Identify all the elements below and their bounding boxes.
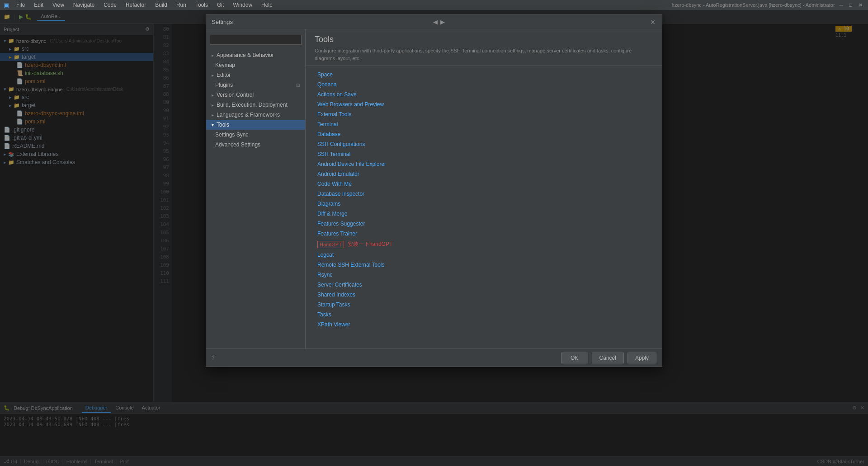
nav-build[interactable]: ▸ Build, Execution, Deployment (206, 100, 305, 110)
list-item-server-certs[interactable]: Server Certificates (315, 280, 653, 290)
menu-window[interactable]: Window (231, 1, 254, 9)
list-item-features-suggester[interactable]: Features Suggester (315, 219, 653, 229)
nav-arrow-build: ▸ (212, 103, 214, 108)
list-item-external-tools[interactable]: External Tools (315, 109, 653, 119)
minimize-button[interactable]: ─ (838, 2, 845, 8)
menu-code[interactable]: Code (102, 1, 118, 9)
list-label-db-inspector: Database Inspector (317, 191, 364, 197)
nav-editor[interactable]: ▸ Editor (206, 70, 305, 80)
nav-arrow-tools: ▾ (212, 122, 214, 127)
nav-label-lang: Languages & Frameworks (217, 112, 280, 118)
menu-git[interactable]: Git (215, 1, 226, 9)
help-icon[interactable]: ? (212, 355, 215, 361)
list-item-features-trainer[interactable]: Features Trainer (315, 229, 653, 239)
list-item-web-browsers[interactable]: Web Browsers and Preview (315, 99, 653, 109)
app-icon: ▣ (4, 2, 9, 9)
list-label-database: Database (317, 131, 340, 137)
list-label-startup-tasks: Startup Tasks (317, 301, 350, 308)
nav-keymap[interactable]: Keymap (206, 60, 305, 70)
dialog-nav-forward[interactable]: ▶ (440, 19, 445, 25)
list-item-actions-save[interactable]: Actions on Save (315, 89, 653, 99)
list-label-terminal: Terminal (317, 121, 338, 127)
menu-refactor[interactable]: Refactor (124, 1, 148, 9)
dialog-nav-back[interactable]: ◀ (433, 19, 438, 25)
menu-view[interactable]: View (51, 1, 66, 9)
list-item-space[interactable]: Space (315, 70, 653, 80)
settings-search-input[interactable] (210, 35, 302, 45)
apply-button[interactable]: Apply (627, 353, 656, 363)
nav-label-editor: Editor (217, 72, 231, 78)
list-label-ssh-terminal: SSH Terminal (317, 151, 350, 157)
nav-label-appearance: Appearance & Behavior (217, 52, 274, 58)
list-label-ssh-config: SSH Configurations (317, 141, 365, 147)
menu-build[interactable]: Build (153, 1, 169, 9)
list-item-db-inspector[interactable]: Database Inspector (315, 189, 653, 199)
handgpt-badge: HandGPT (317, 241, 344, 248)
menubar: ▣ File Edit View Navigate Code Refactor … (0, 0, 868, 10)
close-button[interactable]: ✕ (857, 2, 864, 8)
settings-nav: ▸ Appearance & Behavior Keymap ▸ Editor … (206, 29, 306, 348)
list-item-tasks[interactable]: Tasks (315, 310, 653, 320)
list-item-android-dfe[interactable]: Android Device File Explorer (315, 159, 653, 169)
list-item-diagrams[interactable]: Diagrams (315, 199, 653, 209)
list-label-xpath: XPath Viewer (317, 321, 350, 328)
nav-label-plugins: Plugins (215, 82, 233, 88)
nav-appearance[interactable]: ▸ Appearance & Behavior (206, 50, 305, 60)
list-label-features-trainer: Features Trainer (317, 231, 357, 237)
list-item-handgpt[interactable]: HandGPT 安装一下handGPT (315, 239, 653, 250)
menu-run[interactable]: Run (175, 1, 188, 9)
list-item-database[interactable]: Database (315, 129, 653, 139)
list-item-startup-tasks[interactable]: Startup Tasks (315, 300, 653, 310)
nav-plugins[interactable]: Plugins ⊡ (206, 80, 305, 90)
menu-help[interactable]: Help (259, 1, 274, 9)
list-label-features-suggester: Features Suggester (317, 221, 365, 227)
content-description: Configure integration with third-party a… (315, 47, 653, 62)
list-item-android-emu[interactable]: Android Emulator (315, 169, 653, 179)
settings-dialog: Settings ◀ ▶ ✕ ▸ Appearance & Behavior K… (206, 14, 662, 367)
menu-navigate[interactable]: Navigate (71, 1, 96, 9)
list-label-code-with-me: Code With Me (317, 181, 352, 187)
nav-label-tools: Tools (217, 122, 229, 128)
dialog-close-button[interactable]: ✕ (649, 19, 656, 26)
list-label-diagrams: Diagrams (317, 201, 340, 207)
list-item-xpath[interactable]: XPath Viewer (315, 320, 653, 329)
nav-tools[interactable]: ▾ Tools (206, 120, 305, 130)
list-item-shared-indexes[interactable]: Shared Indexes (315, 290, 653, 300)
list-item-rsync[interactable]: Rsync (315, 270, 653, 280)
list-item-logcat[interactable]: Logcat (315, 250, 653, 260)
list-item-ssh-config[interactable]: SSH Configurations (315, 139, 653, 149)
menu-file[interactable]: File (14, 1, 27, 9)
nav-arrow-appearance: ▸ (212, 53, 214, 58)
settings-overlay: Settings ◀ ▶ ✕ ▸ Appearance & Behavior K… (0, 10, 868, 466)
nav-languages[interactable]: ▸ Languages & Frameworks (206, 110, 305, 120)
menu-edit[interactable]: Edit (32, 1, 45, 9)
ok-button[interactable]: OK (561, 353, 588, 363)
nav-version-control[interactable]: ▸ Version Control (206, 90, 305, 100)
list-label-qodana: Qodana (317, 81, 337, 88)
list-label-diff-merge: Diff & Merge (317, 211, 347, 217)
nav-advanced-settings[interactable]: Advanced Settings (206, 140, 305, 150)
dialog-footer: ? OK Cancel Apply (206, 348, 662, 367)
list-item-qodana[interactable]: Qodana (315, 80, 653, 89)
dialog-title: Settings (212, 19, 233, 25)
list-item-code-with-me[interactable]: Code With Me (315, 179, 653, 189)
list-label-shared-indexes: Shared Indexes (317, 292, 355, 298)
nav-settings-sync[interactable]: Settings Sync (206, 130, 305, 140)
list-label-tasks: Tasks (317, 311, 331, 318)
handgpt-annotation: 安装一下handGPT (348, 240, 392, 248)
nav-label-build: Build, Execution, Deployment (217, 102, 288, 108)
nav-search-container (206, 33, 305, 47)
list-item-remote-ssh[interactable]: Remote SSH External Tools (315, 260, 653, 270)
maximize-button[interactable]: □ (847, 2, 854, 8)
list-label-logcat: Logcat (317, 252, 334, 258)
nav-arrow-lang: ▸ (212, 113, 214, 118)
list-item-diff-merge[interactable]: Diff & Merge (315, 209, 653, 219)
menu-tools[interactable]: Tools (193, 1, 210, 9)
settings-content: Tools Configure integration with third-p… (306, 29, 662, 348)
cancel-button[interactable]: Cancel (592, 353, 624, 363)
list-item-terminal[interactable]: Terminal (315, 119, 653, 129)
list-item-ssh-terminal[interactable]: SSH Terminal (315, 149, 653, 159)
list-label-android-emu: Android Emulator (317, 171, 359, 177)
list-label-space: Space (317, 71, 333, 78)
nav-arrow-editor: ▸ (212, 73, 214, 78)
